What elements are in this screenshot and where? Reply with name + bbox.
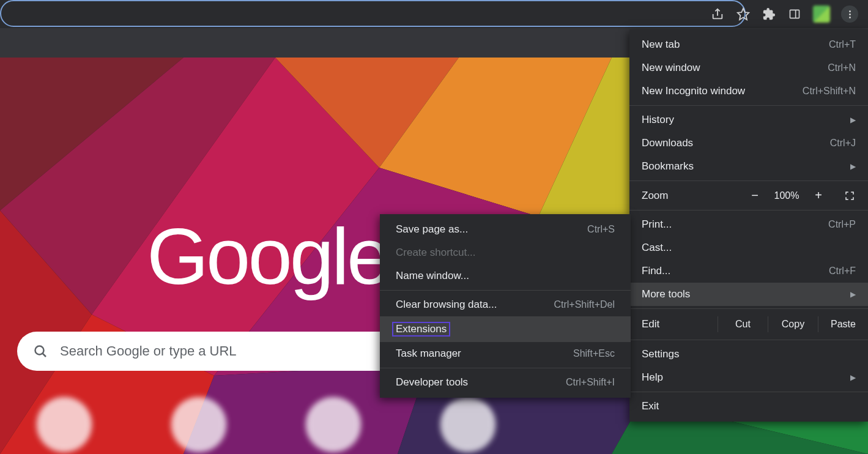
chevron-right-icon: ▶ [850,373,856,382]
svg-marker-0 [738,9,749,20]
menu-separator [629,180,868,181]
menu-shortcut: Shift+Esc [573,348,615,359]
shortcut-tile[interactable] [440,397,495,452]
menu-shortcut: Ctrl+F [829,266,856,277]
menu-separator [629,308,868,309]
menu-zoom: Zoom − 100% + [629,184,868,207]
shortcuts-row [37,397,495,452]
menu-label: More tools [642,288,690,300]
zoom-out-button[interactable]: − [742,188,768,203]
menu-label: Cast... [642,242,672,254]
menu-help[interactable]: Help ▶ [629,366,868,389]
menu-separator [629,392,868,392]
svg-line-18 [43,354,46,357]
menu-shortcut: Ctrl+Shift+I [566,377,615,388]
menu-new-tab[interactable]: New tab Ctrl+T [629,33,868,56]
menu-downloads[interactable]: Downloads Ctrl+J [629,132,868,155]
edit-copy-button[interactable]: Copy [768,316,818,332]
menu-label: New tab [642,39,680,51]
menu-button[interactable] [841,6,858,23]
menu-label: Help [642,371,663,384]
menu-separator [380,290,631,291]
menu-label: Developer tools [396,376,468,389]
submenu-task-manager[interactable]: Task manager Shift+Esc [380,342,631,365]
menu-label: New Incognito window [642,85,745,97]
svg-point-17 [35,346,44,355]
menu-shortcut: Ctrl+P [828,219,856,230]
browser-toolbar [0,0,868,28]
shortcut-tile[interactable] [171,397,226,452]
shortcut-tile[interactable] [37,397,92,452]
menu-label: Name window... [396,270,469,282]
submenu-create-shortcut: Create shortcut... [380,241,631,264]
svg-rect-1 [790,10,799,18]
menu-label: Exit [642,400,659,412]
menu-exit[interactable]: Exit [629,395,868,418]
menu-label: New window [642,62,700,74]
fullscreen-button[interactable] [831,190,868,201]
shortcut-tile[interactable] [306,397,361,452]
profile-avatar[interactable] [813,6,830,23]
menu-find[interactable]: Find... Ctrl+F [629,259,868,283]
menu-label: Create shortcut... [396,247,475,259]
star-icon[interactable] [736,7,751,21]
sidepanel-icon[interactable] [787,7,802,21]
chrome-menu: New tab Ctrl+T New window Ctrl+N New Inc… [629,29,868,422]
share-icon[interactable] [710,7,725,21]
edit-paste-button[interactable]: Paste [818,316,868,332]
google-logo: Google [147,210,388,302]
chevron-right-icon: ▶ [850,116,856,124]
menu-separator [629,210,868,210]
menu-shortcut: Ctrl+Shift+Del [554,299,615,310]
address-bar-outline[interactable] [0,0,746,27]
menu-label: History [642,114,674,126]
submenu-clear-data[interactable]: Clear browsing data... Ctrl+Shift+Del [380,293,631,316]
menu-shortcut: Ctrl+N [828,62,856,73]
menu-history[interactable]: History ▶ [629,108,868,132]
menu-label: Downloads [642,137,693,149]
search-placeholder: Search Google or type a URL [60,343,237,359]
menu-label: Settings [642,348,679,360]
menu-separator [629,340,868,340]
menu-shortcut: Ctrl+S [587,224,615,235]
extensions-icon[interactable] [762,7,776,21]
menu-bookmarks[interactable]: Bookmarks ▶ [629,155,868,178]
menu-more-tools[interactable]: More tools ▶ [629,283,868,306]
menu-new-incognito[interactable]: New Incognito window Ctrl+Shift+N [629,80,868,103]
menu-label: Save page as... [396,223,468,236]
zoom-in-button[interactable]: + [806,188,831,203]
search-icon [33,344,48,359]
menu-print[interactable]: Print... Ctrl+P [629,213,868,236]
menu-settings[interactable]: Settings [629,343,868,366]
zoom-value: 100% [768,190,806,201]
menu-label: Find... [642,265,670,277]
menu-cast[interactable]: Cast... [629,236,868,259]
edit-cut-button[interactable]: Cut [718,316,768,332]
menu-edit: Edit Cut Copy Paste [629,311,868,337]
menu-separator [380,368,631,368]
menu-separator [629,105,868,106]
chevron-right-icon: ▶ [850,162,856,171]
more-tools-submenu: Save page as... Ctrl+S Create shortcut..… [380,214,631,398]
menu-label: Bookmarks [642,160,694,173]
submenu-save-page[interactable]: Save page as... Ctrl+S [380,218,631,241]
menu-shortcut: Ctrl+Shift+N [803,86,856,97]
chevron-right-icon: ▶ [850,290,856,299]
menu-shortcut: Ctrl+J [830,138,856,149]
menu-new-window[interactable]: New window Ctrl+N [629,56,868,80]
zoom-label: Zoom [642,190,742,202]
submenu-dev-tools[interactable]: Developer tools Ctrl+Shift+I [380,371,631,394]
menu-label: Task manager [396,348,461,360]
menu-label: Print... [642,218,672,231]
menu-shortcut: Ctrl+T [829,39,856,50]
menu-label: Clear browsing data... [396,299,497,311]
submenu-extensions[interactable]: Extensions [380,316,631,342]
submenu-name-window[interactable]: Name window... [380,264,631,288]
edit-label: Edit [642,318,718,330]
menu-label: Extensions [392,322,450,337]
